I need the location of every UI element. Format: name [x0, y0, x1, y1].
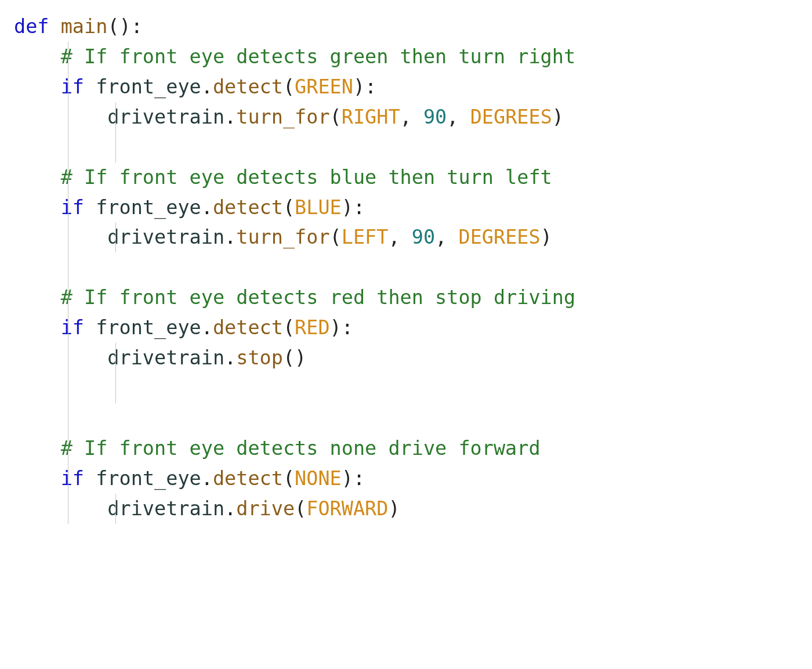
code-line	[14, 373, 806, 403]
code-token	[84, 467, 96, 490]
code-token: RIGHT	[342, 106, 400, 128]
indent-guide	[115, 132, 116, 162]
code-line: drivetrain.turn_for(RIGHT, 90, DEGREES)	[14, 102, 806, 132]
code-token: drivetrain	[107, 497, 224, 520]
code-token: .	[224, 106, 236, 128]
code-line: # If front eye detects red then stop dri…	[14, 283, 806, 313]
code-token: drive	[236, 497, 295, 520]
code-line: if front_eye.detect(NONE):	[14, 464, 806, 494]
code-token: )	[388, 497, 400, 520]
code-token: drivetrain	[107, 106, 224, 128]
code-token: .	[201, 467, 213, 490]
indent-whitespace	[14, 196, 61, 219]
code-token: (	[283, 467, 295, 490]
code-line: # If front eye detects green then turn r…	[14, 42, 806, 72]
indent-guide	[68, 403, 68, 433]
indent-whitespace	[14, 467, 61, 490]
indent-whitespace	[14, 286, 61, 309]
code-token: (	[283, 316, 295, 339]
indent-whitespace	[14, 497, 107, 520]
code-token: .	[224, 346, 236, 369]
code-token: :	[365, 75, 376, 98]
code-line: if front_eye.detect(RED):	[14, 313, 806, 343]
code-editor: def main(): # If front eye detects green…	[0, 0, 812, 536]
indent-guide	[68, 132, 68, 162]
code-line: drivetrain.stop()	[14, 343, 806, 373]
indent-guide	[68, 42, 68, 72]
indent-guide	[68, 222, 68, 252]
code-token: front_eye	[96, 316, 201, 339]
code-token: turn_for	[236, 226, 329, 248]
code-token: )	[552, 106, 564, 128]
code-token: stop	[236, 346, 283, 369]
code-token: # If front eye detects none drive forwar…	[61, 437, 541, 460]
code-token: front_eye	[96, 467, 201, 490]
code-token: GREEN	[295, 75, 353, 98]
code-token: )	[541, 226, 552, 248]
code-token	[84, 196, 96, 219]
code-line: drivetrain.drive(FORWARD)	[14, 494, 806, 524]
indent-guide	[68, 343, 68, 373]
code-token: )	[342, 467, 353, 490]
indent-guide	[115, 373, 116, 403]
code-token: .	[201, 196, 213, 219]
code-token: LEFT	[342, 226, 389, 248]
code-token: (	[330, 226, 342, 248]
indent-whitespace	[14, 316, 61, 339]
code-token: detect	[213, 467, 283, 490]
code-token: if	[61, 75, 84, 98]
code-token: (	[283, 346, 295, 369]
code-token: 90	[423, 106, 447, 128]
indent-guide	[68, 162, 68, 193]
code-token: :	[342, 316, 353, 339]
indent-whitespace	[14, 166, 61, 189]
code-line: # If front eye detects blue then turn le…	[14, 162, 806, 193]
code-line	[14, 403, 806, 433]
indent-guide	[68, 252, 68, 283]
code-token: DEGREES	[470, 106, 552, 128]
indent-whitespace	[14, 106, 107, 128]
code-token: ,	[400, 106, 423, 128]
code-token: )	[330, 316, 342, 339]
code-token: (	[295, 497, 306, 520]
code-token	[84, 75, 96, 98]
code-token: DEGREES	[458, 226, 540, 248]
indent-guide	[68, 72, 68, 102]
code-line: drivetrain.turn_for(LEFT, 90, DEGREES)	[14, 222, 806, 252]
indent-guide	[115, 494, 116, 524]
code-token: ,	[388, 226, 411, 248]
indent-whitespace	[14, 75, 61, 98]
indent-whitespace	[14, 407, 61, 429]
code-token: )	[295, 346, 306, 369]
code-token: turn_for	[236, 106, 329, 128]
indent-guide	[68, 283, 68, 313]
code-token: .	[224, 226, 236, 248]
indent-whitespace	[14, 437, 61, 460]
code-line: if front_eye.detect(GREEN):	[14, 72, 806, 102]
code-token	[84, 316, 96, 339]
code-token: )	[353, 75, 365, 98]
indent-whitespace	[14, 45, 61, 68]
code-token: :	[353, 467, 365, 490]
indent-guide	[68, 494, 68, 524]
code-line	[14, 252, 806, 283]
code-line: if front_eye.detect(BLUE):	[14, 193, 806, 223]
code-token: ,	[435, 226, 458, 248]
code-token: # If front eye detects red then stop dri…	[61, 286, 575, 309]
indent-whitespace	[14, 136, 107, 158]
indent-guide	[68, 373, 68, 403]
code-token: def	[14, 15, 49, 38]
code-token: :	[131, 15, 143, 38]
code-token: .	[201, 75, 213, 98]
code-token: )	[342, 196, 353, 219]
code-token: drivetrain	[107, 226, 224, 248]
code-line	[14, 132, 806, 162]
code-token: detect	[213, 316, 283, 339]
code-token: RED	[295, 316, 330, 339]
code-token: (	[330, 106, 342, 128]
code-token: NONE	[295, 467, 342, 490]
code-token: detect	[213, 75, 283, 98]
code-token: # If front eye detects green then turn r…	[61, 45, 575, 68]
code-token: front_eye	[96, 75, 201, 98]
code-token: detect	[213, 196, 283, 219]
